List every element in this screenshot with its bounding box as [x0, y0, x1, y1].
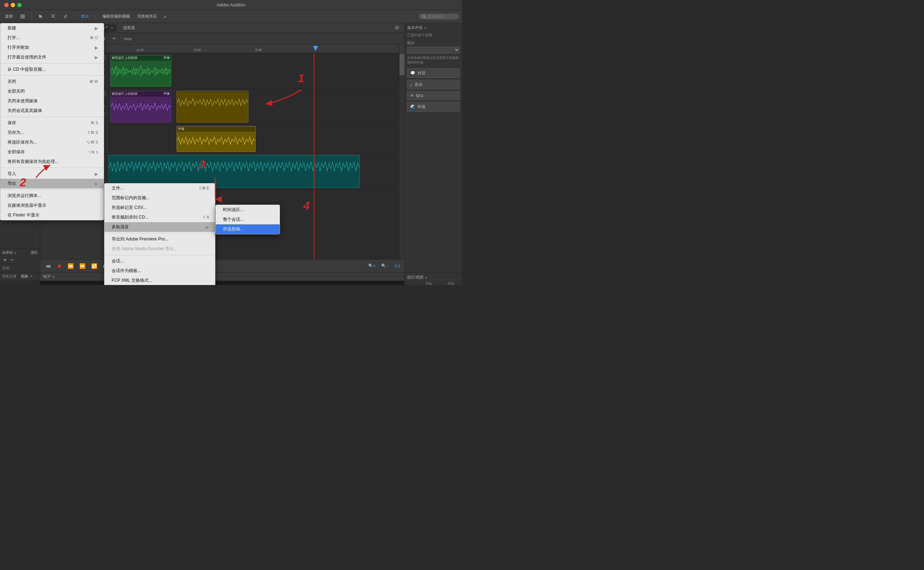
menu-run-script[interactable]: 浏览并运行脚本...: [0, 191, 104, 201]
menu-open[interactable]: 打开... ⌘ O: [0, 33, 104, 43]
export-burn-cd[interactable]: 将音频刻录到 CD... ⇧ B: [104, 213, 215, 222]
menu-overlay: 新建 ▶ 打开... ⌘ O 打开并附加 ▶ 打开最近使用的文件 ▶ 从 CD …: [0, 0, 462, 285]
sep-1: [0, 63, 104, 64]
menu-close-unused[interactable]: 关闭未使用媒体: [0, 96, 104, 106]
export-file[interactable]: 文件... ⇧⌘ E: [104, 184, 215, 193]
menu-save[interactable]: 保存 ⌘ S: [0, 118, 104, 128]
menu-export-arrow: ▶: [95, 181, 98, 186]
menu-save-selection[interactable]: 将选区保存为... ⌥⌘ S: [0, 138, 104, 147]
menu-new[interactable]: 新建 ▶: [0, 23, 104, 33]
mt-time-selection[interactable]: 时间选区...: [216, 205, 280, 215]
menu-recent[interactable]: 打开最近使用的文件 ▶: [0, 52, 104, 62]
arrow-1: [255, 86, 309, 108]
menu-close-all[interactable]: 全部关闭: [0, 86, 104, 96]
exp-sep-2: [104, 255, 215, 255]
menu-new-arrow: ▶: [95, 26, 98, 31]
menu-open-append-arrow: ▶: [95, 45, 98, 50]
sep-2: [0, 75, 104, 76]
export-markers-csv[interactable]: 所选标记至 CSV...: [104, 203, 215, 213]
menu-save-batch[interactable]: 将所有音频保存为批处理...: [0, 157, 104, 167]
menu-close[interactable]: 关闭 ⌘ W: [0, 77, 104, 86]
exp-sep-1: [104, 233, 215, 233]
export-multitrack[interactable]: 多轨混音 ▶: [104, 222, 215, 232]
menu-extract-cd[interactable]: 从 CD 中提取音频...: [0, 64, 104, 74]
export-premiere[interactable]: 导出到 Adobe Premiere Pro...: [104, 234, 215, 244]
menu-show-media[interactable]: 在媒体浏览器中显示: [0, 201, 104, 210]
export-fcp-xml[interactable]: FCP XML 交换格式...: [104, 276, 215, 285]
export-multitrack-arrow: ▶: [206, 225, 209, 230]
menu-open-append[interactable]: 打开并附加 ▶: [0, 43, 104, 52]
annotation-3: 3: [199, 158, 206, 171]
file-menu: 新建 ▶ 打开... ⌘ O 打开并附加 ▶ 打开最近使用的文件 ▶ 从 CD …: [0, 23, 104, 221]
menu-show-finder[interactable]: 在 Finder 中显示: [0, 210, 104, 220]
export-media-encoder: 使用 Adobe Media Encoder 导出...: [104, 244, 215, 254]
menu-export[interactable]: 导出 ▶: [0, 179, 104, 188]
sep-4: [0, 168, 104, 168]
menu-import[interactable]: 导入 ▶: [0, 169, 104, 179]
export-session[interactable]: 会话...: [104, 256, 215, 266]
menu-close-session[interactable]: 关闭会话及其媒体: [0, 106, 104, 116]
export-session-template[interactable]: 会话作为模板...: [104, 266, 215, 276]
multitrack-submenu: 时间选区... 整个会话... 所选剪辑...: [215, 205, 280, 234]
menu-save-all[interactable]: 全部保存 ⌥⌘ S: [0, 147, 104, 157]
menu-recent-arrow: ▶: [95, 55, 98, 60]
menu-import-arrow: ▶: [95, 172, 98, 176]
sep-5: [0, 190, 104, 190]
mt-selected-clips[interactable]: 所选剪辑...: [216, 224, 280, 234]
export-submenu: 文件... ⇧⌘ E 范围标记内的音频... 所选标记至 CSV... 将音频刻…: [104, 183, 215, 285]
sep-3: [0, 116, 104, 117]
annotation-1: 1: [298, 72, 304, 85]
export-range-audio[interactable]: 范围标记内的音频...: [104, 193, 215, 203]
annotation-4: 4: [303, 199, 310, 213]
menu-save-as[interactable]: 另存为... ⇧⌘ S: [0, 128, 104, 138]
mt-whole-session[interactable]: 整个会话...: [216, 215, 280, 224]
